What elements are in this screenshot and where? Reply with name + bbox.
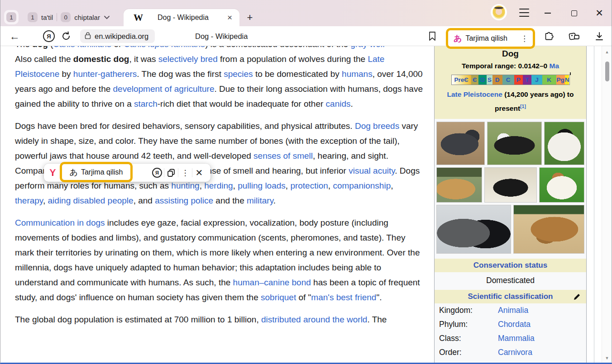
article-link[interactable]: Canis lupus familiaris bbox=[124, 46, 206, 49]
article-link[interactable]: distributed around the world bbox=[261, 315, 367, 324]
article-link[interactable]: human–canine bond bbox=[233, 278, 311, 287]
article-link[interactable]: species bbox=[224, 69, 253, 79]
reload-button[interactable] bbox=[59, 26, 73, 46]
more-options-icon[interactable]: ⋮ bbox=[178, 164, 192, 182]
close-window-button[interactable]: ✕ bbox=[593, 7, 605, 19]
search-selection-icon[interactable]: Я bbox=[150, 164, 164, 182]
classification-value-link[interactable]: Animalia bbox=[498, 306, 528, 315]
tab-group-label[interactable]: ta'til bbox=[41, 14, 53, 21]
group-count-badge[interactable]: 1 bbox=[28, 12, 38, 22]
dog-photo-grid bbox=[435, 119, 586, 259]
article-link[interactable]: companionship bbox=[333, 181, 391, 190]
new-tab-button[interactable]: + bbox=[244, 12, 256, 24]
article-link[interactable]: Late Pleistocene bbox=[447, 90, 502, 98]
article-link[interactable]: [1] bbox=[520, 104, 526, 109]
dog-photo-japanese-chin[interactable] bbox=[544, 122, 584, 165]
text: domestic dog bbox=[73, 54, 129, 64]
classification-label: Phylum: bbox=[439, 320, 498, 329]
timeline-segment-T[interactable]: T bbox=[523, 75, 531, 85]
timeline-segment-PreЄ[interactable]: PreЄ bbox=[452, 75, 471, 85]
dog-photo-black-labrador-snow[interactable] bbox=[484, 167, 536, 203]
timeline-segment-Pg[interactable]: Pg bbox=[556, 75, 565, 85]
scrollbar-thumb[interactable] bbox=[605, 61, 609, 81]
yandex-button[interactable]: Я bbox=[41, 26, 57, 46]
timeline-segment-P[interactable]: P bbox=[514, 75, 523, 85]
translate-label: Tarjima qilish bbox=[465, 34, 507, 43]
menu-icon[interactable] bbox=[519, 9, 529, 17]
wikipedia-favicon: W bbox=[134, 12, 143, 24]
dog-photo-nursing-sand[interactable] bbox=[513, 205, 584, 254]
article-link[interactable]: military bbox=[247, 196, 273, 205]
password-manager-icon[interactable] bbox=[566, 26, 583, 46]
close-popup-icon[interactable]: ✕ bbox=[192, 164, 206, 182]
article-link[interactable]: canids bbox=[326, 99, 351, 109]
timeline-segment-K[interactable]: K bbox=[542, 75, 556, 85]
classification-value-link[interactable]: Carnivora bbox=[498, 348, 532, 357]
article-link[interactable]: visual acuity bbox=[349, 166, 395, 175]
copy-icon[interactable] bbox=[164, 164, 178, 182]
tab-group-label[interactable]: chiptalar bbox=[74, 14, 100, 21]
group-count-badge[interactable]: 0 bbox=[61, 12, 71, 22]
article-link[interactable]: Ma bbox=[550, 62, 559, 70]
temporal-range: Temporal range: 0.0142–0 Ma bbox=[437, 62, 583, 70]
back-button[interactable]: ← bbox=[8, 26, 21, 46]
chevron-down-icon[interactable] bbox=[104, 15, 110, 19]
article-link[interactable]: development of agriculture bbox=[113, 84, 215, 94]
article-link[interactable]: sobriquet bbox=[261, 293, 296, 302]
extensions-icon[interactable] bbox=[542, 26, 557, 46]
dog-photo-jack-russell-grass[interactable] bbox=[539, 167, 584, 203]
article-link[interactable]: aiding disabled people bbox=[48, 196, 134, 205]
timeline-segment-D[interactable]: D bbox=[492, 75, 502, 85]
download-icon[interactable] bbox=[591, 26, 608, 46]
text: . The bbox=[367, 315, 387, 324]
dog-photo-sled-huskies-snow[interactable] bbox=[436, 205, 511, 254]
timeline-segment-J[interactable]: J bbox=[531, 75, 542, 85]
timeline-segment-C[interactable]: C bbox=[502, 75, 514, 85]
article-link[interactable]: selectively bred bbox=[158, 54, 218, 64]
scrollbar[interactable]: ▲ ▼ bbox=[602, 46, 612, 364]
article-link[interactable]: man's best friend bbox=[311, 293, 376, 302]
article-link[interactable]: Communication in dogs bbox=[15, 218, 105, 227]
profile-avatar[interactable] bbox=[491, 4, 507, 20]
dog-photo-black-white-standing[interactable] bbox=[487, 122, 541, 165]
translate-button-popup[interactable]: あ Tarjima qilish bbox=[60, 162, 133, 182]
article-link[interactable]: hunting bbox=[171, 181, 199, 190]
window-counter-button[interactable]: 1 bbox=[4, 10, 19, 24]
timeline-segment-N[interactable]: N bbox=[565, 75, 569, 85]
maximize-button[interactable] bbox=[568, 7, 580, 19]
article-link[interactable]: protection bbox=[290, 181, 328, 190]
dog-photo-golden-retriever-water[interactable] bbox=[436, 167, 482, 203]
bookmark-icon[interactable] bbox=[425, 26, 440, 46]
classification-value-link[interactable]: Mammalia bbox=[498, 334, 535, 343]
article-link[interactable]: herding bbox=[204, 181, 233, 190]
timeline-segment-Є[interactable]: Є bbox=[471, 75, 478, 85]
article-link[interactable]: senses of smell bbox=[253, 151, 313, 161]
article-link[interactable]: humans bbox=[342, 69, 373, 79]
translate-button-toolbar[interactable]: あ Tarjima qilish ⋮ bbox=[446, 28, 535, 49]
browser-window: 1 1 ta'til 0 chiptalar W Dog - Wikipedia… bbox=[0, 0, 612, 364]
text: , it was bbox=[129, 54, 158, 64]
article-link[interactable]: therapy bbox=[15, 196, 43, 205]
timeline-segment-S[interactable]: S bbox=[487, 75, 492, 85]
infobox-header: Dog Temporal range: 0.0142–0 Ma PreЄЄOSD… bbox=[435, 46, 586, 119]
article-link[interactable]: Dog breeds bbox=[355, 121, 399, 131]
edit-icon[interactable] bbox=[573, 293, 581, 303]
article-link[interactable]: Canis familiaris bbox=[53, 46, 111, 49]
article-link[interactable]: hunter-gatherers bbox=[73, 69, 137, 79]
active-tab[interactable]: W Dog - Wikipedia × bbox=[124, 9, 239, 26]
classification-value-link[interactable]: Chordata bbox=[498, 320, 531, 329]
scroll-up-icon[interactable]: ▲ bbox=[602, 50, 612, 54]
minimize-button[interactable] bbox=[542, 7, 554, 19]
translate-menu-icon[interactable]: ⋮ bbox=[517, 34, 531, 43]
article-link[interactable]: starch bbox=[134, 99, 158, 109]
classification-label: Kingdom: bbox=[439, 306, 498, 315]
divider bbox=[57, 13, 57, 21]
tab-close-icon[interactable]: × bbox=[227, 13, 232, 23]
article-link[interactable]: gray wolf bbox=[350, 46, 385, 49]
scroll-down-icon[interactable]: ▼ bbox=[602, 356, 612, 360]
url-field[interactable]: en.wikipedia.org bbox=[80, 29, 155, 43]
dog-photo-blue-merle[interactable] bbox=[436, 122, 485, 165]
timeline-segment-O[interactable]: O bbox=[478, 75, 487, 85]
article-link[interactable]: pulling loads bbox=[238, 181, 286, 190]
article-link[interactable]: assisting police bbox=[155, 196, 213, 205]
